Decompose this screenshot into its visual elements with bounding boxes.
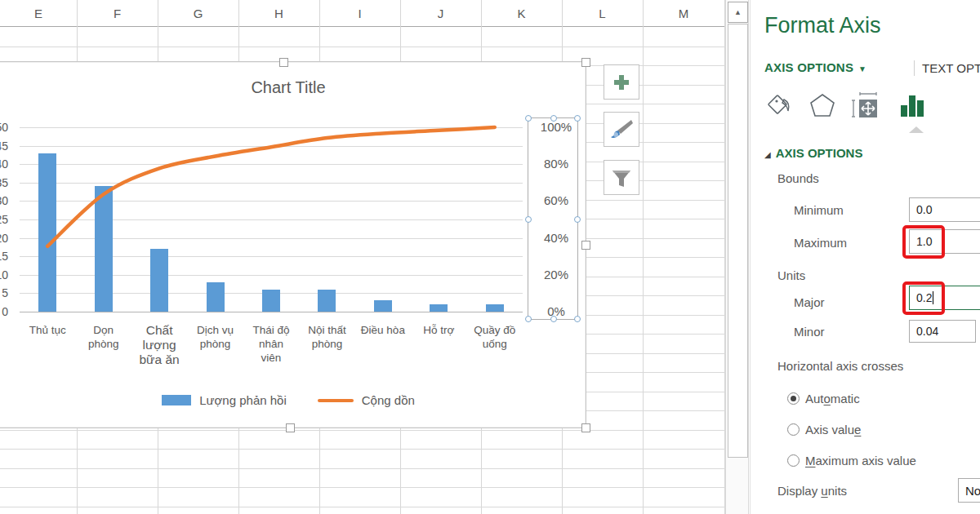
- column-header[interactable]: H: [238, 0, 319, 26]
- selection-handle[interactable]: [550, 115, 557, 122]
- radio-maximum-axis-value[interactable]: [787, 454, 800, 467]
- chart-title[interactable]: Chart Title: [0, 78, 586, 97]
- selection-handle[interactable]: [525, 316, 532, 322]
- collapse-triangle-icon: ◢: [764, 150, 771, 159]
- bar[interactable]: [430, 304, 448, 312]
- bar[interactable]: [207, 282, 225, 312]
- radio-automatic[interactable]: [787, 392, 800, 405]
- radio-automatic-label[interactable]: Automatic: [805, 392, 860, 405]
- bar[interactable]: [150, 249, 168, 312]
- major-highlight-annotation: [902, 281, 945, 315]
- chart-styles-button[interactable]: [604, 112, 639, 147]
- radio-maximum-axis-value-label[interactable]: Maximum axis value: [805, 454, 916, 467]
- maximum-label: Maximum: [794, 236, 847, 250]
- bar[interactable]: [486, 304, 504, 312]
- primary-axis-tick-label: 25: [0, 213, 8, 226]
- size-properties-icon[interactable]: [850, 90, 880, 121]
- column-header[interactable]: K: [481, 0, 562, 26]
- primary-axis-tick-label: 15: [0, 250, 8, 263]
- column-header[interactable]: G: [158, 0, 238, 26]
- category-label: Điều hòa: [355, 323, 411, 337]
- fill-line-icon[interactable]: [765, 90, 795, 121]
- axis-crosses-label: Horizontal axis crosses: [777, 359, 903, 373]
- minor-label: Minor: [794, 325, 825, 339]
- minor-input[interactable]: 0.04: [909, 320, 976, 343]
- selection-handle[interactable]: [574, 216, 581, 223]
- category-label: Chấtlượngbữa ăn: [131, 323, 187, 367]
- bounds-label: Bounds: [777, 171, 819, 185]
- selection-handle[interactable]: [525, 216, 532, 223]
- gridline: [20, 127, 523, 128]
- chart-resize-handle[interactable]: [581, 241, 590, 250]
- chart-filters-button[interactable]: [604, 160, 639, 195]
- scrollbar-thumb[interactable]: [728, 24, 748, 458]
- column-header[interactable]: F: [77, 0, 158, 26]
- primary-axis-tick-label: 30: [0, 194, 8, 207]
- gridline: [20, 146, 523, 147]
- panel-title: Format Axis: [764, 13, 881, 38]
- bar[interactable]: [262, 290, 280, 312]
- primary-axis-tick-label: 20: [0, 232, 8, 245]
- primary-axis-tick-label: 40: [0, 157, 8, 171]
- row-border: [0, 507, 725, 507]
- radio-axis-value[interactable]: [787, 423, 800, 436]
- vertical-scrollbar[interactable]: ▲: [725, 0, 749, 514]
- chart-resize-handle[interactable]: [286, 423, 295, 432]
- chart-legend[interactable]: Lượng phản hồi Cộng dồn: [0, 393, 586, 407]
- display-units-dropdown[interactable]: No: [958, 478, 980, 503]
- column-header[interactable]: I: [319, 0, 400, 26]
- chart-elements-button[interactable]: [604, 64, 639, 100]
- effects-icon[interactable]: [808, 90, 837, 121]
- bar[interactable]: [318, 290, 336, 312]
- selection-handle[interactable]: [574, 115, 581, 122]
- primary-axis-tick-label: 50: [0, 121, 8, 134]
- section-axis-options[interactable]: ◢AXIS OPTIONS: [764, 146, 862, 160]
- chart-resize-handle[interactable]: [581, 58, 590, 67]
- tab-axis-options[interactable]: AXIS OPTIONS▼: [764, 60, 866, 74]
- gridline: [20, 183, 523, 184]
- bar[interactable]: [38, 153, 56, 312]
- selection-handle[interactable]: [550, 316, 557, 322]
- selection-handle[interactable]: [574, 316, 581, 322]
- tab-text-options[interactable]: TEXT OPT: [922, 61, 980, 75]
- category-label: Nội thấtphòng: [299, 323, 354, 351]
- row-border: [0, 449, 725, 450]
- column-header[interactable]: J: [400, 0, 481, 26]
- chart-object[interactable]: Chart Title 051015202530354045500%20%40%…: [0, 61, 586, 428]
- minimum-input[interactable]: 0.0: [909, 197, 980, 222]
- category-label: Quầy đồuống: [467, 323, 523, 351]
- format-axis-panel: Format Axis AXIS OPTIONS▼ TEXT OPT: [750, 0, 980, 514]
- column-header[interactable]: M: [643, 0, 724, 26]
- selected-icon-indicator: [909, 126, 924, 133]
- gridline: [20, 164, 523, 165]
- up-arrow-icon: ▲: [734, 8, 742, 16]
- legend-line-label: Cộng dồn: [362, 393, 415, 407]
- column-header[interactable]: E: [0, 0, 77, 26]
- chevron-down-icon: ▼: [858, 64, 866, 73]
- category-label: Dọnphòng: [75, 323, 131, 351]
- primary-axis-tick-label: 10: [0, 268, 8, 281]
- chart-resize-handle[interactable]: [581, 423, 590, 432]
- header-divider: [0, 26, 725, 27]
- legend-bar-label: Lượng phản hồi: [199, 393, 287, 407]
- axis-options-chart-icon[interactable]: [898, 90, 927, 121]
- scroll-up-button[interactable]: ▲: [728, 2, 748, 23]
- column-header[interactable]: L: [562, 0, 643, 26]
- category-label: Thái độnhânviên: [243, 323, 299, 365]
- display-units-label: Display units: [777, 484, 847, 498]
- bar[interactable]: [95, 186, 113, 312]
- radio-axis-value-label[interactable]: Axis value: [805, 423, 861, 436]
- paintbrush-icon: [609, 117, 634, 142]
- secondary-axis-selection[interactable]: [528, 117, 578, 320]
- primary-axis-tick-label: 45: [0, 140, 8, 153]
- row-border: [0, 430, 725, 431]
- major-label: Major: [794, 295, 825, 309]
- primary-axis-tick-label: 5: [0, 286, 8, 299]
- selection-handle[interactable]: [525, 115, 532, 122]
- category-label: Thủ tục: [20, 323, 75, 337]
- bar[interactable]: [374, 300, 392, 312]
- gridline: [20, 312, 523, 312]
- chart-resize-handle[interactable]: [279, 58, 288, 67]
- cumulative-line-layer: [0, 62, 587, 429]
- row-border: [0, 468, 725, 469]
